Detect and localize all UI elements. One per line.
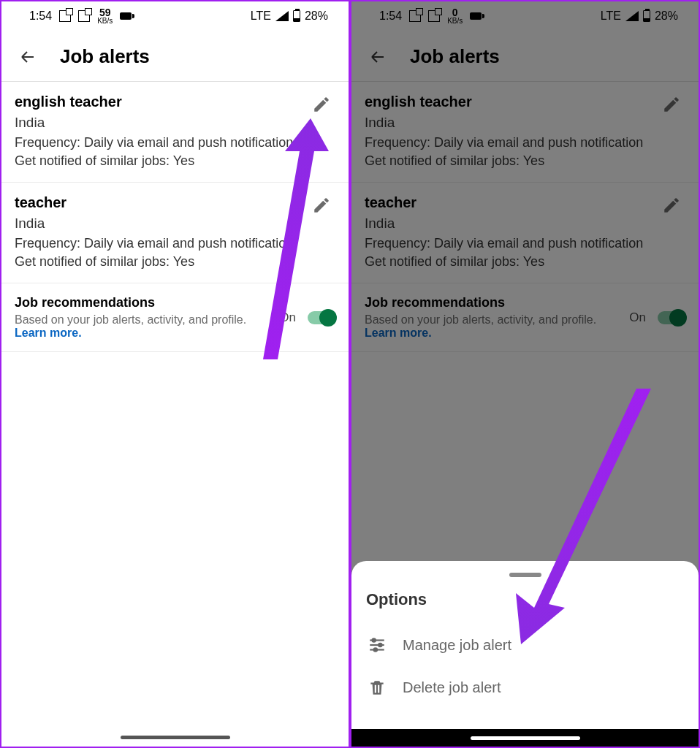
battery-icon: [643, 10, 650, 22]
alert-similar: Get notified of similar jobs: Yes: [365, 153, 685, 169]
delete-job-alert-option[interactable]: Delete job alert: [366, 666, 684, 709]
back-icon[interactable]: [16, 48, 39, 66]
id-icon: [470, 12, 482, 20]
pip-icon: [59, 10, 71, 22]
learn-more-link[interactable]: Learn more.: [15, 327, 82, 339]
edit-icon[interactable]: [312, 95, 331, 114]
status-bar: 1:54 59KB/s LTE 28%: [1, 1, 349, 31]
alert-title: english teacher: [365, 94, 685, 110]
recommendations-section: Job recommendations Based on your job al…: [351, 283, 699, 352]
page-title: Job alerts: [410, 45, 500, 68]
alert-location: India: [15, 115, 335, 131]
sheet-handle[interactable]: [509, 573, 541, 577]
alert-frequency: Frequency: Daily via email and push noti…: [15, 135, 335, 150]
options-bottom-sheet: Options Manage job alert Delete job aler…: [351, 561, 699, 729]
alert-item-1[interactable]: teacher India Frequency: Daily via email…: [1, 183, 349, 283]
app-header: Job alerts: [1, 31, 349, 82]
recommendations-subtitle: Based on your job alerts, activity, and …: [365, 313, 617, 327]
page-title: Job alerts: [60, 45, 150, 68]
sheet-title: Options: [366, 590, 684, 609]
learn-more-link[interactable]: Learn more.: [365, 327, 432, 339]
alert-frequency: Frequency: Daily via email and push noti…: [15, 236, 335, 251]
svg-point-4: [373, 638, 376, 641]
svg-point-5: [378, 644, 381, 646]
pip-icon-2: [428, 10, 440, 22]
alert-item-0[interactable]: english teacher India Frequency: Daily v…: [1, 82, 349, 183]
signal-icon: [275, 11, 289, 21]
recommendations-state: On: [279, 310, 296, 325]
alert-frequency: Frequency: Daily via email and push noti…: [365, 135, 685, 150]
alert-item-0[interactable]: english teacher India Frequency: Daily v…: [351, 82, 699, 183]
alert-frequency: Frequency: Daily via email and push noti…: [365, 236, 685, 251]
status-time: 1:54: [29, 9, 52, 23]
alert-title: teacher: [15, 194, 335, 211]
alert-location: India: [365, 115, 685, 131]
recommendations-title: Job recommendations: [365, 295, 617, 310]
alert-similar: Get notified of similar jobs: Yes: [15, 254, 335, 270]
back-icon[interactable]: [366, 48, 389, 66]
edit-icon[interactable]: [662, 95, 681, 114]
alert-similar: Get notified of similar jobs: Yes: [365, 254, 685, 270]
manage-job-alert-option[interactable]: Manage job alert: [366, 624, 684, 666]
battery-percent: 28%: [655, 9, 678, 23]
alert-title: teacher: [365, 194, 685, 211]
trash-icon: [368, 678, 387, 697]
pip-icon-2: [78, 10, 90, 22]
status-bar: 1:54 0KB/s LTE 28%: [351, 1, 699, 31]
recommendations-toggle[interactable]: [308, 311, 335, 324]
network-type: LTE: [601, 9, 621, 23]
sliders-icon: [368, 636, 387, 654]
option-label: Manage job alert: [403, 637, 511, 654]
alert-location: India: [365, 215, 685, 232]
pip-icon: [409, 10, 421, 22]
id-icon: [120, 12, 132, 20]
phone-right: 1:54 0KB/s LTE 28% Job alerts english te…: [350, 0, 700, 748]
nav-bar-pill: [121, 736, 230, 739]
alert-title: english teacher: [15, 94, 335, 110]
svg-point-6: [374, 648, 377, 651]
network-type: LTE: [251, 9, 271, 23]
edit-icon[interactable]: [662, 196, 681, 215]
app-header: Job alerts: [351, 31, 699, 82]
edit-icon[interactable]: [312, 196, 331, 215]
network-speed: 59KB/s: [97, 7, 113, 25]
status-time: 1:54: [379, 9, 402, 23]
battery-icon: [293, 10, 300, 22]
phone-left: 1:54 59KB/s LTE 28% Job alerts english t…: [0, 0, 350, 748]
recommendations-subtitle: Based on your job alerts, activity, and …: [15, 313, 267, 327]
option-label: Delete job alert: [403, 679, 501, 696]
recommendations-state: On: [629, 310, 646, 325]
recommendations-section: Job recommendations Based on your job al…: [1, 283, 349, 352]
battery-percent: 28%: [305, 9, 328, 23]
network-speed: 0KB/s: [447, 7, 463, 25]
recommendations-toggle[interactable]: [658, 311, 685, 324]
alert-item-1[interactable]: teacher India Frequency: Daily via email…: [351, 183, 699, 283]
recommendations-title: Job recommendations: [15, 295, 267, 310]
nav-bar-pill: [471, 736, 580, 740]
alert-location: India: [15, 215, 335, 232]
alert-similar: Get notified of similar jobs: Yes: [15, 153, 335, 169]
signal-icon: [625, 11, 639, 21]
